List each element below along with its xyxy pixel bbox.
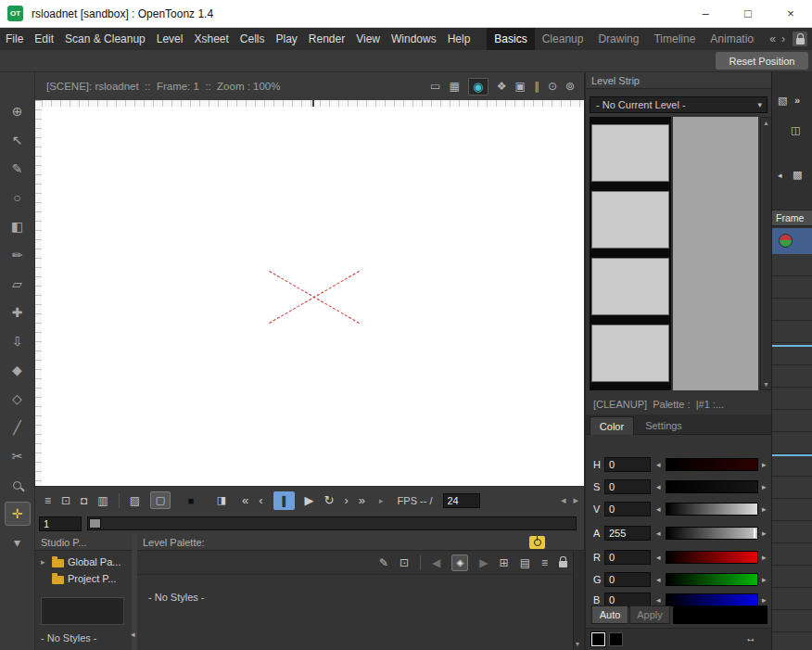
- style-chip-selected[interactable]: [591, 632, 605, 646]
- play-button[interactable]: ▶: [305, 493, 314, 507]
- current-level-dropdown[interactable]: - No Current Level - ▾: [590, 96, 768, 113]
- v-decrease-icon[interactable]: ◂: [656, 504, 661, 514]
- playbar-scroll-left-icon[interactable]: ◂: [561, 494, 566, 506]
- camera-icon[interactable]: ▣: [515, 80, 526, 93]
- first-frame-button[interactable]: «: [242, 493, 248, 507]
- 3d-view-icon[interactable]: ❖: [497, 80, 507, 93]
- tool-fill[interactable]: ◧: [4, 212, 32, 240]
- rooms-scroll-right-icon[interactable]: ›: [779, 32, 788, 45]
- viewer-canvas[interactable]: [35, 100, 584, 486]
- palette-grid-icon[interactable]: ▧: [778, 95, 787, 107]
- menu-file[interactable]: File: [0, 28, 29, 50]
- xsheet-cell-grid[interactable]: [772, 254, 812, 650]
- palette-menu-icon[interactable]: ≡: [541, 556, 548, 569]
- g-decrease-icon[interactable]: ◂: [656, 575, 661, 584]
- tool-rgb-picker[interactable]: ◇: [4, 385, 32, 413]
- s-increase-icon[interactable]: ▸: [762, 482, 767, 491]
- tree-item-global-palette[interactable]: ▸ Global Pa...: [35, 556, 132, 567]
- prev-frame-button[interactable]: ‹: [259, 493, 262, 507]
- tool-control-point-editor[interactable]: ╱: [4, 414, 32, 441]
- g-increase-icon[interactable]: ▸: [762, 575, 767, 584]
- g-gradient-slider[interactable]: [666, 573, 758, 586]
- standard-view-mode-button[interactable]: ▢: [150, 491, 171, 509]
- loop-button[interactable]: ↻: [324, 493, 335, 507]
- b-gradient-slider[interactable]: [666, 593, 758, 606]
- menu-cells[interactable]: Cells: [235, 28, 271, 50]
- h-value-input[interactable]: [604, 457, 651, 472]
- tool-brush[interactable]: ✎: [4, 155, 32, 183]
- a-decrease-icon[interactable]: ◂: [656, 529, 661, 538]
- split-view-mode-button[interactable]: ◨: [211, 491, 232, 509]
- s-decrease-icon[interactable]: ◂: [656, 482, 661, 491]
- room-tab-drawing[interactable]: Drawing: [590, 28, 646, 50]
- a-gradient-slider[interactable]: [666, 527, 758, 540]
- v-gradient-slider[interactable]: [666, 503, 758, 516]
- palette-power-button[interactable]: [529, 536, 545, 549]
- collapse-left-icon[interactable]: ◂: [778, 171, 782, 180]
- h-decrease-icon[interactable]: ◂: [656, 460, 661, 469]
- menu-help[interactable]: Help: [442, 28, 476, 50]
- current-frame-input[interactable]: [39, 516, 82, 531]
- menu-render[interactable]: Render: [303, 28, 350, 50]
- tree-item-project-palette[interactable]: Project P...: [35, 573, 132, 584]
- auto-button[interactable]: Auto: [591, 605, 628, 624]
- level-frame-thumbnail-3[interactable]: [591, 258, 669, 315]
- apply-button[interactable]: Apply: [629, 605, 670, 624]
- switch-palette-button[interactable]: ◈: [451, 554, 468, 571]
- scroll-down-icon[interactable]: ▼: [763, 381, 769, 388]
- rooms-scroll-left-icon[interactable]: «: [767, 32, 779, 45]
- reset-position-button[interactable]: Reset Position: [716, 52, 808, 70]
- level-palette-scrollbar[interactable]: ▾: [573, 551, 584, 650]
- column-panel-icon[interactable]: ◫: [791, 124, 800, 136]
- minimize-button[interactable]: –: [684, 0, 727, 28]
- tool-geometric[interactable]: ○: [4, 184, 32, 211]
- level-frame-thumbnail-2[interactable]: [591, 191, 669, 249]
- room-tab-timeline[interactable]: Timeline: [646, 28, 703, 50]
- sub-camera-preview-eye-icon[interactable]: ⊚: [565, 80, 575, 93]
- last-frame-button[interactable]: »: [359, 493, 365, 507]
- camstand-view-button[interactable]: ◉: [468, 78, 488, 96]
- r-gradient-slider[interactable]: [666, 551, 758, 564]
- frame-slider-track[interactable]: [87, 516, 577, 530]
- tool-cutter[interactable]: ✂: [4, 442, 32, 470]
- a-increase-icon[interactable]: ▸: [762, 529, 767, 538]
- frame-slider-handle[interactable]: [89, 518, 101, 529]
- next-palette-icon[interactable]: ▶: [479, 556, 488, 569]
- tool-style-picker[interactable]: ◆: [4, 356, 32, 384]
- r-increase-icon[interactable]: ▸: [762, 553, 767, 562]
- tool-zoom[interactable]: [4, 471, 32, 499]
- define-sub-camera-icon[interactable]: ▨: [130, 494, 140, 507]
- level-frame-thumbnail-4[interactable]: [591, 325, 669, 382]
- tool-paint-brush[interactable]: ✏: [4, 241, 32, 269]
- r-decrease-icon[interactable]: ◂: [656, 553, 661, 562]
- r-value-input[interactable]: [604, 550, 651, 565]
- tool-animate[interactable]: ⊕: [4, 97, 32, 125]
- tree-expand-icon[interactable]: ▸: [41, 557, 48, 567]
- expand-panel-icon[interactable]: »: [794, 95, 800, 106]
- level-frame-thumbnail-1[interactable]: [591, 124, 669, 182]
- resize-handle-icon[interactable]: ↔: [745, 631, 756, 644]
- camera-view-icon[interactable]: ▭: [430, 80, 440, 93]
- edit-style-icon[interactable]: ✎: [379, 556, 388, 569]
- close-button[interactable]: ×: [769, 0, 812, 28]
- style-chip[interactable]: [609, 632, 623, 646]
- full-view-mode-button[interactable]: ■: [181, 491, 201, 509]
- save-images-icon[interactable]: ⊡: [61, 494, 70, 507]
- xsheet-current-cell[interactable]: [772, 228, 812, 254]
- b-decrease-icon[interactable]: ◂: [656, 595, 661, 605]
- next-frame-button[interactable]: ›: [345, 493, 349, 507]
- maximize-button[interactable]: □: [727, 0, 769, 28]
- s-gradient-slider[interactable]: [666, 480, 758, 493]
- menu-level[interactable]: Level: [151, 28, 189, 50]
- g-value-input[interactable]: [604, 572, 651, 587]
- tab-color[interactable]: Color: [590, 416, 634, 435]
- menu-scan-cleanup[interactable]: Scan & Cleanup: [59, 28, 151, 50]
- palette-lock-icon[interactable]: [559, 561, 567, 567]
- v-value-input[interactable]: [604, 502, 651, 516]
- freeze-icon[interactable]: ∥: [534, 80, 539, 93]
- scroll-down-icon[interactable]: ▾: [576, 640, 579, 648]
- menu-edit[interactable]: Edit: [29, 28, 59, 50]
- menu-view[interactable]: View: [350, 28, 386, 50]
- compare-snapshot-icon[interactable]: ▥: [97, 494, 108, 507]
- pause-button-active[interactable]: ∥: [273, 491, 295, 510]
